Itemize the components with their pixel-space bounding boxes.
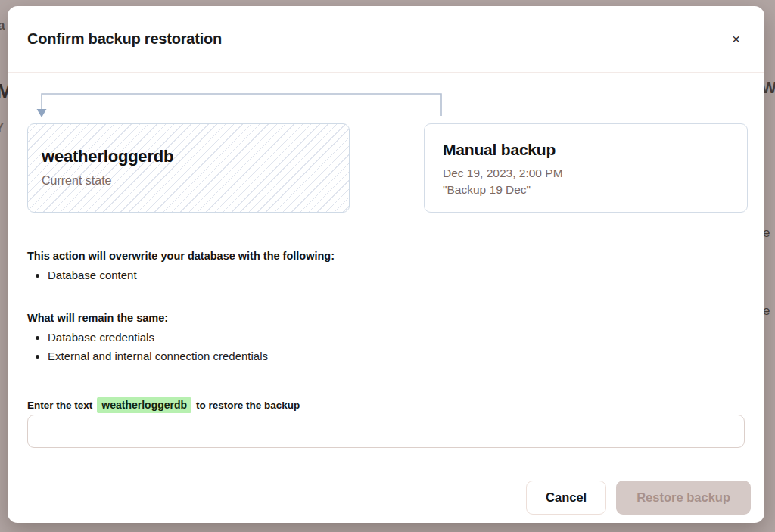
confirm-database-name-input[interactable] — [27, 415, 745, 448]
database-name-token: weatherloggerdb — [97, 397, 191, 413]
manual-backup-card: Manual backup Dec 19, 2023, 2:00 PM "Bac… — [424, 123, 748, 213]
backup-label: "Backup 19 Dec" — [443, 183, 729, 197]
restore-direction-arrow-icon — [27, 87, 451, 123]
restore-backup-button[interactable]: Restore backup — [616, 481, 751, 515]
footer-buttons: Cancel Restore backup — [526, 481, 751, 515]
confirm-input-label: Enter the text weatherloggerdb to restor… — [27, 397, 300, 413]
backup-timestamp: Dec 19, 2023, 2:00 PM — [443, 166, 729, 180]
backdrop-text-fragment: a — [0, 18, 5, 33]
dialog-header: Confirm backup restoration × — [8, 6, 764, 73]
footer-divider — [8, 471, 764, 471]
list-item: Database credentials — [48, 331, 745, 344]
database-caption: Current state — [42, 174, 334, 188]
backup-title: Manual backup — [443, 141, 729, 159]
backdrop-text-fragment: Y — [0, 122, 4, 135]
label-prefix: Enter the text — [27, 400, 92, 411]
cancel-button[interactable]: Cancel — [526, 481, 606, 515]
dialog-title: Confirm backup restoration — [27, 30, 222, 48]
overwrite-list: Database content — [27, 269, 745, 282]
close-icon[interactable]: × — [727, 27, 745, 51]
database-name: weatherloggerdb — [42, 147, 334, 166]
label-suffix: to restore the backup — [196, 400, 300, 411]
remain-heading: What will remain the same: — [27, 312, 745, 324]
dialog-body-text: This action will overwrite your database… — [27, 250, 745, 369]
current-database-card: weatherloggerdb Current state — [27, 123, 350, 213]
remain-list: Database credentials External and intern… — [27, 331, 745, 362]
list-item: Database content — [48, 269, 745, 282]
confirm-backup-restoration-dialog: Confirm backup restoration × weatherlogg… — [8, 6, 764, 523]
list-item: External and internal connection credent… — [48, 350, 745, 362]
overwrite-heading: This action will overwrite your database… — [27, 250, 745, 262]
